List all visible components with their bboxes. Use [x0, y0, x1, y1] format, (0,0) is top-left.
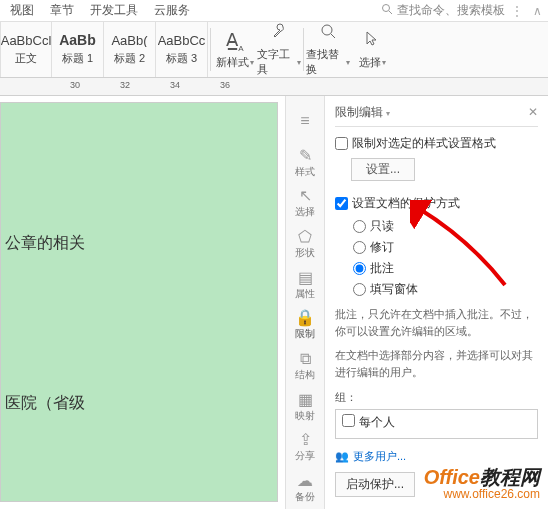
- style-label: 标题 2: [114, 51, 145, 66]
- start-protect-button[interactable]: 启动保护...: [335, 472, 415, 497]
- collapse-icon[interactable]: ∧: [529, 4, 546, 18]
- user-icon: 👥: [335, 450, 349, 463]
- side-style[interactable]: ✎样式: [287, 143, 323, 182]
- side-restrict[interactable]: 🔒限制: [287, 306, 323, 345]
- style-label: 标题 1: [62, 51, 93, 66]
- search-box[interactable]: 查找命令、搜索模板: [381, 2, 505, 19]
- side-attr[interactable]: ▤属性: [287, 265, 323, 304]
- style-label: 正文: [15, 51, 37, 66]
- style-heading3[interactable]: AaBbCc 标题 3: [156, 22, 208, 77]
- side-struct[interactable]: ⧉结构: [287, 346, 323, 385]
- protect-method-checkbox[interactable]: 设置文档的保护方式: [335, 195, 538, 212]
- style-heading2[interactable]: AaBb( 标题 2: [104, 22, 156, 77]
- share-icon: ⇪: [299, 430, 312, 449]
- radio-readonly[interactable]: 只读: [353, 218, 538, 235]
- list-icon: ▤: [298, 268, 313, 287]
- radio-comment[interactable]: 批注: [353, 260, 538, 277]
- style-preview: AaBbCc: [158, 34, 206, 47]
- new-style-icon: A̲A: [226, 29, 243, 53]
- everyone-label: 每个人: [359, 414, 395, 431]
- side-backup[interactable]: ☁备份: [287, 468, 323, 507]
- chevron-down-icon: ▾: [250, 58, 254, 67]
- side-shape[interactable]: ⬠形状: [287, 224, 323, 263]
- tab-dev[interactable]: 开发工具: [82, 2, 146, 19]
- shape-icon: ⬠: [298, 227, 312, 246]
- cursor-icon: [363, 30, 381, 53]
- side-map[interactable]: ▦映射: [287, 387, 323, 426]
- panel-title: 限制编辑 ▾: [335, 104, 390, 121]
- wrench-icon: [270, 22, 288, 45]
- side-share[interactable]: ⇪分享: [287, 428, 323, 467]
- everyone-checkbox[interactable]: [342, 414, 355, 427]
- style-normal[interactable]: AaBbCcl 正文: [0, 22, 52, 77]
- style-heading1[interactable]: AaBb 标题 1: [52, 22, 104, 77]
- more-icon[interactable]: ⋮: [511, 4, 523, 18]
- style-preview: AaBb: [59, 33, 96, 47]
- lock-icon: 🔒: [295, 308, 315, 327]
- style-label: 标题 3: [166, 51, 197, 66]
- svg-line-1: [389, 11, 392, 14]
- document-area[interactable]: 公章的相关 医院（省级: [0, 96, 285, 509]
- help-text-1: 批注，只允许在文档中插入批注。不过，你可以设置允许编辑的区域。: [335, 306, 538, 339]
- radio[interactable]: [353, 283, 366, 296]
- doc-text-line: 医院（省级: [5, 393, 85, 414]
- radio[interactable]: [353, 220, 366, 233]
- tab-chapter[interactable]: 章节: [42, 2, 82, 19]
- side-menu[interactable]: ≡: [287, 102, 323, 141]
- svg-point-0: [383, 5, 390, 12]
- magnify-icon: [319, 22, 337, 45]
- radio-revision[interactable]: 修订: [353, 239, 538, 256]
- radio-fillform[interactable]: 填写窗体: [353, 281, 538, 298]
- search-placeholder: 查找命令、搜索模板: [397, 2, 505, 19]
- chevron-down-icon: ▾: [297, 58, 301, 67]
- doc-text-line: 公章的相关: [5, 233, 85, 254]
- style-preview: AaBbCcl: [1, 34, 52, 47]
- chevron-down-icon: ▾: [382, 58, 386, 67]
- help-text-2: 在文档中选择部分内容，并选择可以对其进行编辑的用户。: [335, 347, 538, 380]
- search-icon: [381, 3, 393, 18]
- more-users-link[interactable]: 👥 更多用户...: [335, 449, 538, 464]
- document-page[interactable]: 公章的相关 医院（省级: [0, 102, 278, 502]
- menu-icon: ≡: [300, 112, 309, 130]
- ruler: 30 32 34 36: [0, 78, 548, 96]
- backup-icon: ☁: [297, 471, 313, 490]
- select-button[interactable]: 选择▾: [350, 22, 394, 77]
- close-icon[interactable]: ✕: [528, 105, 538, 119]
- find-replace-button[interactable]: 查找替换▾: [306, 22, 350, 77]
- text-tool-button[interactable]: 文字工具▾: [257, 22, 301, 77]
- group-label: 组：: [335, 390, 538, 405]
- checkbox[interactable]: [335, 137, 348, 150]
- side-select[interactable]: ↖选择: [287, 183, 323, 222]
- brush-icon: ✎: [299, 146, 312, 165]
- tree-icon: ⧉: [300, 350, 311, 368]
- cursor-icon: ↖: [299, 186, 312, 205]
- new-style-button[interactable]: A̲A 新样式▾: [213, 22, 257, 77]
- checkbox[interactable]: [335, 197, 348, 210]
- watermark: Office教程网 www.office26.com: [424, 466, 540, 501]
- radio[interactable]: [353, 241, 366, 254]
- tab-view[interactable]: 视图: [2, 2, 42, 19]
- svg-point-2: [322, 25, 332, 35]
- settings-button[interactable]: 设置...: [351, 158, 415, 181]
- radio[interactable]: [353, 262, 366, 275]
- checkbox-label: 限制对选定的样式设置格式: [352, 135, 496, 152]
- map-icon: ▦: [298, 390, 313, 409]
- style-preview: AaBb(: [111, 34, 147, 47]
- restrict-style-checkbox[interactable]: 限制对选定的样式设置格式: [335, 135, 538, 152]
- group-box[interactable]: 每个人: [335, 409, 538, 439]
- tab-cloud[interactable]: 云服务: [146, 2, 198, 19]
- checkbox-label: 设置文档的保护方式: [352, 195, 460, 212]
- svg-line-3: [331, 34, 335, 38]
